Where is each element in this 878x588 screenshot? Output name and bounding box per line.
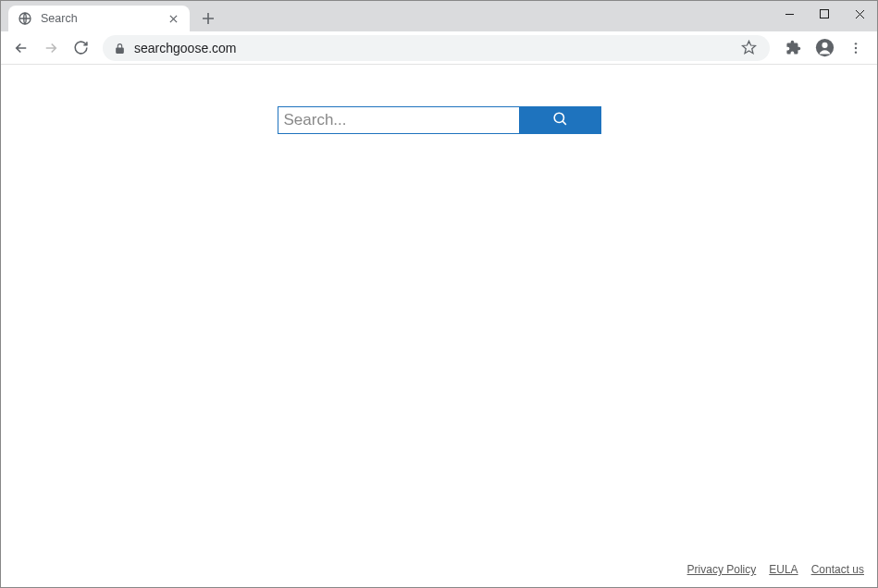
- svg-rect-1: [821, 10, 829, 18]
- svg-point-3: [822, 43, 827, 48]
- bookmark-star-button[interactable]: [738, 38, 759, 58]
- minimize-button[interactable]: [772, 1, 807, 27]
- browser-toolbar: searchgoose.com: [1, 31, 877, 65]
- svg-point-6: [855, 51, 857, 53]
- back-button[interactable]: [8, 35, 34, 61]
- extensions-button[interactable]: [779, 34, 807, 62]
- search-icon: [551, 110, 569, 130]
- search-container: [278, 106, 601, 134]
- footer-links: Privacy Policy EULA Contact us: [687, 563, 864, 576]
- svg-point-7: [554, 113, 563, 122]
- search-button[interactable]: [520, 106, 601, 134]
- menu-button[interactable]: [842, 34, 870, 62]
- tab-title: Search: [41, 12, 157, 25]
- lock-icon: [114, 42, 127, 55]
- eula-link[interactable]: EULA: [769, 563, 798, 576]
- tab-close-button[interactable]: [166, 11, 180, 26]
- url-text: searchgoose.com: [134, 41, 731, 55]
- page-content: Privacy Policy EULA Contact us: [1, 65, 877, 587]
- search-input[interactable]: [278, 106, 520, 134]
- window-controls: [772, 1, 877, 27]
- svg-point-4: [855, 43, 857, 44]
- address-bar[interactable]: searchgoose.com: [103, 35, 770, 61]
- globe-icon: [18, 11, 32, 26]
- privacy-policy-link[interactable]: Privacy Policy: [687, 563, 757, 576]
- titlebar: Search: [1, 1, 877, 31]
- close-window-button[interactable]: [842, 1, 877, 27]
- new-tab-button[interactable]: [195, 6, 221, 31]
- contact-link[interactable]: Contact us: [811, 563, 864, 576]
- profile-button[interactable]: [810, 34, 838, 62]
- reload-button[interactable]: [68, 35, 93, 61]
- forward-button[interactable]: [38, 35, 64, 61]
- maximize-button[interactable]: [807, 1, 842, 27]
- svg-point-5: [855, 46, 857, 48]
- browser-tab[interactable]: Search: [8, 6, 190, 31]
